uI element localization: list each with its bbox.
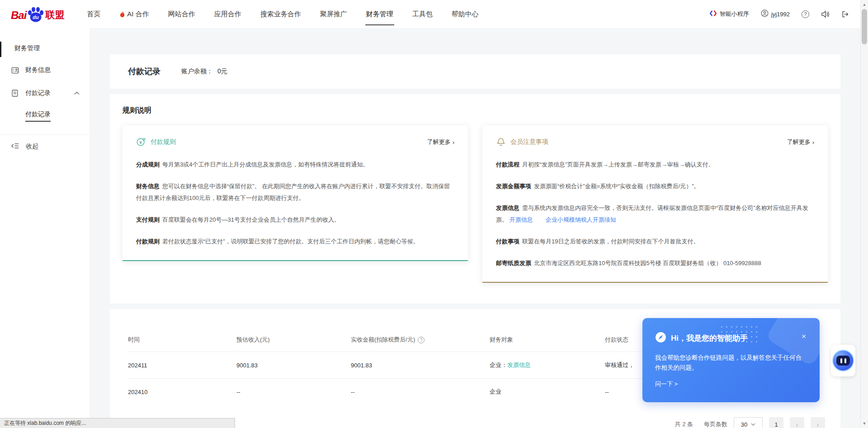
cell-estimated: 9001.83 [236, 362, 351, 369]
rule-item: 支付规则百度联盟会在每月20号—31号支付企业会员上个自然月产生的收入。 [136, 214, 454, 226]
sidebar-item-label: 付款记录 [25, 89, 51, 97]
rule-item-label: 付款流程 [496, 161, 519, 168]
sidebar-section-title: 财务管理 [0, 28, 90, 52]
assistant-robot-button[interactable] [831, 345, 855, 376]
nav-right: 智能小程序 jyj1992 ? [709, 10, 849, 19]
rule-item-text: 发票票面“价税合计”金额=系统中“实收金额（扣除税费后/元）”。 [534, 183, 700, 190]
rule-item: 财务信息您可以在财务信息中选择“保留付款”。 在此期间您产生的收入将在账户内进行… [136, 181, 454, 204]
cell-estimated: -- [236, 389, 351, 395]
nav-item-help-center[interactable]: 帮助中心 [451, 0, 480, 28]
invoice-info-cell-link[interactable]: 发票信息 [507, 361, 531, 368]
rule-item-text: 联盟在每月19日之后签收的发票，付款时间安排在下个月首批支付。 [522, 238, 699, 245]
payment-rules-head: ¥ 付款规则 了解更多 › [136, 137, 454, 147]
svg-text:du: du [33, 14, 39, 20]
scrollbar[interactable]: ▲ ▼ [860, 0, 868, 428]
nav-item-label: 首页 [87, 10, 100, 19]
close-icon[interactable]: × [802, 333, 806, 340]
scroll-up-arrow[interactable]: ▲ [861, 1, 868, 8]
nav-item-label: 聚屏推广 [320, 10, 347, 19]
cell-finance-object: 企业 [490, 388, 605, 396]
rule-item-label: 分成规则 [136, 161, 160, 168]
assistant-header: Hi，我是您的智能助手 × [655, 332, 807, 345]
assistant-popup: Hi，我是您的智能助手 × 我会帮助您诊断合作链路问题，以及解答您关于任何合作相… [642, 318, 820, 402]
nav-item-screen[interactable]: 聚屏推广 [319, 0, 348, 28]
miniprogram-entry[interactable]: 智能小程序 [709, 10, 749, 19]
nav-item-label: 财务管理 [366, 10, 393, 19]
baidu-union-logo[interactable]: Bai du 联盟 [11, 6, 64, 22]
page-number-button[interactable]: 1 [769, 417, 783, 428]
col-header-time: 时间 [128, 336, 236, 344]
assistant-ask-link[interactable]: 问一下 > [655, 380, 807, 388]
sidebar-subitem-label: 付款记录 [25, 110, 51, 122]
nav-item-search[interactable]: 搜索业务合作 [259, 0, 302, 28]
payment-records-icon [11, 89, 20, 97]
invoice-info-link[interactable]: 开票信息 [509, 216, 533, 223]
main-nav: 首页 AI 合作 网站合作 应用合作 搜索业务合作 聚屏推广 [86, 0, 496, 28]
payment-rules-more-link[interactable]: 了解更多 › [427, 138, 454, 146]
speaker-icon[interactable] [821, 10, 830, 18]
rule-item-text: 月初按“发票信息”页面开具发票→上传发票→邮寄发票→审核→确认支付。 [522, 161, 714, 168]
rule-item-label: 付款规则 [136, 238, 160, 245]
chevron-up-icon[interactable] [74, 91, 80, 95]
member-notices-more-link[interactable]: 了解更多 › [787, 138, 814, 146]
sidebar-collapse-button[interactable]: 收起 [0, 135, 90, 158]
page-header-card: 付款记录 账户余额：0元 [110, 54, 840, 89]
assistant-body: 我会帮助您诊断合作链路问题，以及解答您关于任何合作相关的问题。 [655, 353, 807, 373]
col-header-actual: 实收金额(扣除税费后/元) ? [351, 336, 490, 344]
browser-status-bar: 正在等待 xlab.baidu.com 的响应... [0, 418, 235, 428]
sidebar-item-label: 财务信息 [25, 66, 51, 74]
rule-item: 付款流程月初按“发票信息”页面开具发票→上传发票→邮寄发票→审核→确认支付。 [496, 159, 814, 171]
rule-item: 付款事项联盟在每月19日之后签收的发票，付款时间安排在下个月首批支付。 [496, 236, 814, 247]
page: Bai du 联盟 首页 [0, 0, 868, 428]
rule-item: 发票金额事项发票票面“价税合计”金额=系统中“实收金额（扣除税费后/元）”。 [496, 181, 814, 192]
small-taxpayer-notice-link[interactable]: 企业小规模纳税人开票须知 [546, 216, 616, 223]
nav-item-label: 网站合作 [168, 10, 195, 19]
account-balance: 账户余额：0元 [181, 67, 227, 76]
rule-item-text: 若付款状态显示“已支付”，说明联盟已安排了您的付款。支付后三个工作日内到帐，请您… [162, 238, 419, 245]
nav-item-website[interactable]: 网站合作 [167, 0, 196, 28]
svg-text:¥: ¥ [140, 140, 142, 145]
next-page-button[interactable]: › [811, 417, 825, 428]
rules-card: 规则说明 ¥ 付款规则 了解更多 [110, 94, 840, 304]
rule-item-text: 北京市海淀区西北旺东路10号院百度科技园5号楼 百度联盟财务组（收） 010-5… [534, 260, 761, 266]
nav-item-app[interactable]: 应用合作 [213, 0, 242, 28]
nav-item-ai[interactable]: AI 合作 [118, 0, 150, 28]
pagination-total: 共 2 条 [675, 420, 693, 428]
user-icon [761, 10, 769, 19]
per-page-select[interactable]: 30 [734, 417, 763, 428]
nav-item-home[interactable]: 首页 [86, 0, 101, 28]
logout-icon[interactable] [841, 10, 849, 18]
rule-item-label: 付款事项 [496, 238, 519, 245]
sidebar-subitem-payment-records[interactable]: 付款记录 [0, 105, 90, 127]
cell-finance-object: 企业：发票信息 [490, 361, 605, 369]
scroll-down-arrow[interactable]: ▼ [861, 420, 868, 427]
payment-rules-box: ¥ 付款规则 了解更多 › 分成规则每月第3或4个工作日产出上月分成信息及发票信… [123, 125, 468, 261]
rule-item-label: 发票金额事项 [496, 183, 531, 190]
sidebar: 财务管理 财务信息 付款记录 [0, 28, 90, 428]
scrollbar-thumb[interactable] [862, 9, 867, 44]
rule-item-text: 需与系统内发票信息内容完全一致，否则无法支付。请根据发票信息页面中“百度财务公司… [496, 204, 808, 223]
sidebar-item-payment-records[interactable]: 付款记录 [0, 82, 90, 105]
nav-item-label: 帮助中心 [452, 10, 479, 19]
cell-actual: -- [351, 389, 490, 395]
cell-time: 202411 [128, 362, 236, 369]
robot-icon [832, 350, 854, 371]
rule-item: 邮寄纸质发票北京市海淀区西北旺东路10号院百度科技园5号楼 百度联盟财务组（收）… [496, 257, 814, 269]
nav-item-toolkit[interactable]: 工具包 [411, 0, 434, 28]
chevron-right-icon: › [453, 139, 454, 146]
nav-item-label: AI 合作 [127, 10, 149, 19]
top-nav: Bai du 联盟 首页 [0, 0, 860, 28]
rule-item-label: 财务信息 [136, 183, 160, 190]
rule-row: ¥ 付款规则 了解更多 › 分成规则每月第3或4个工作日产出上月分成信息及发票信… [123, 125, 828, 283]
nav-item-label: 应用合作 [214, 10, 241, 19]
help-icon[interactable]: ? [802, 10, 809, 18]
rule-item-label: 邮寄纸质发票 [496, 260, 531, 266]
column-help-icon[interactable]: ? [418, 337, 425, 343]
user-entry[interactable]: jyj1992 [761, 10, 790, 19]
rule-item: 付款规则若付款状态显示“已支付”，说明联盟已安排了您的付款。支付后三个工作日内到… [136, 236, 454, 247]
sidebar-item-finance-info[interactable]: 财务信息 [0, 59, 90, 81]
rules-section-title: 规则说明 [123, 106, 828, 115]
nav-item-finance[interactable]: 财务管理 [365, 0, 394, 28]
prev-page-button[interactable]: ‹ [790, 417, 804, 428]
per-page-label: 每页条数 [704, 420, 727, 428]
